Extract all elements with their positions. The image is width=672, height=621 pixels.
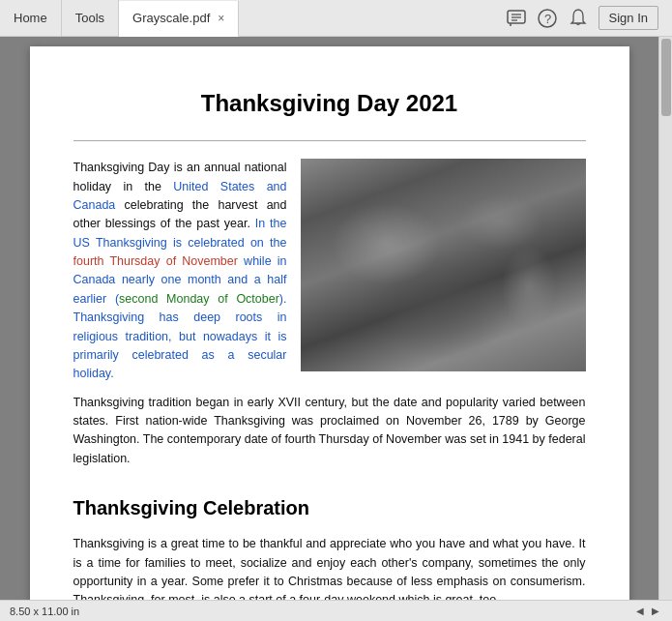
tab-home[interactable]: Home: [0, 0, 62, 36]
nav-icons-group: ? Sign In: [506, 6, 672, 30]
tab-home-label: Home: [14, 11, 47, 25]
sign-in-button[interactable]: Sign In: [599, 6, 658, 30]
content-block-1: Thanksgiving Day is an annual national h…: [73, 159, 586, 478]
section2-title: Thanksgiving Celebration: [73, 493, 586, 523]
pdf-page: Thanksgiving Day 2021 Thanksgiving Day i…: [30, 46, 629, 600]
chat-icon[interactable]: [506, 8, 527, 29]
divider: [73, 140, 586, 141]
sign-in-label: Sign In: [609, 11, 648, 25]
prev-page-button[interactable]: ◀: [633, 606, 647, 616]
next-page-button[interactable]: ▶: [649, 606, 662, 616]
paragraph-2: Thanksgiving tradition began in early XV…: [73, 394, 586, 469]
svg-text:?: ?: [544, 12, 551, 26]
food-image: [301, 159, 586, 371]
scrollbar-thumb[interactable]: [661, 39, 671, 116]
bell-icon[interactable]: [568, 8, 589, 29]
page-title: Thanksgiving Day 2021: [73, 85, 586, 121]
status-bar: 8.50 x 11.00 in ◀ ▶: [0, 600, 672, 621]
scrollbar-track[interactable]: [658, 37, 672, 600]
help-icon[interactable]: ?: [537, 8, 558, 29]
tab-pdf-label: Grayscale.pdf: [132, 11, 210, 25]
food-image-canvas: [301, 159, 586, 371]
nav-arrows: ◀ ▶: [633, 606, 662, 616]
tab-tools-label: Tools: [75, 11, 104, 25]
tab-tools[interactable]: Tools: [62, 0, 119, 36]
pdf-viewer[interactable]: Thanksgiving Day 2021 Thanksgiving Day i…: [0, 37, 658, 600]
tab-pdf[interactable]: Grayscale.pdf ×: [119, 1, 239, 37]
close-tab-icon[interactable]: ×: [218, 12, 224, 25]
para1-green1: second Monday of October: [119, 292, 279, 306]
page-size: 8.50 x 11.00 in: [10, 606, 79, 617]
paragraph-3: Thanksgiving is a great time to be thank…: [73, 535, 586, 600]
main-area: Thanksgiving Day 2021 Thanksgiving Day i…: [0, 37, 672, 600]
para1-red1: fourth Thursday of November: [73, 254, 238, 268]
navigation-bar: Home Tools Grayscale.pdf × ?: [0, 0, 672, 37]
